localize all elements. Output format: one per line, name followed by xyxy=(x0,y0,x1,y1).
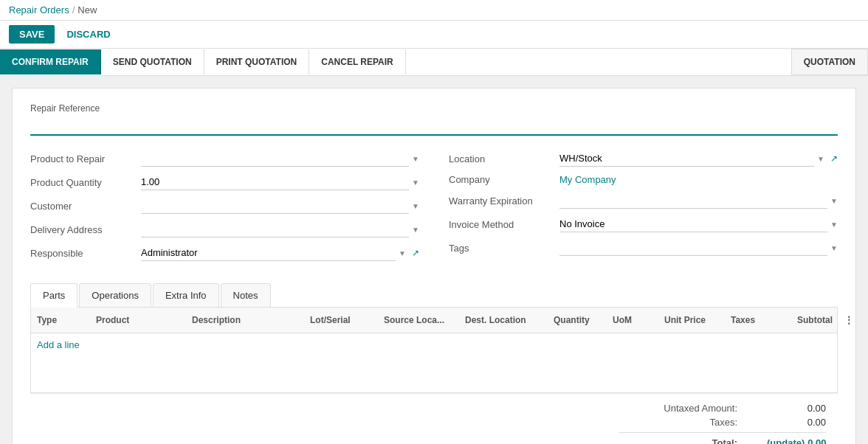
tab-operations[interactable]: Operations xyxy=(79,283,151,307)
warranty-expiration-arrow[interactable]: ▼ xyxy=(830,197,838,205)
warranty-expiration-field: ▼ xyxy=(559,192,838,209)
customer-arrow[interactable]: ▼ xyxy=(412,202,419,210)
location-row: Location ▼ ↗ xyxy=(449,150,838,167)
company-value[interactable]: My Company xyxy=(559,174,616,185)
customer-field: ▼ xyxy=(141,198,419,214)
product-quantity-label: Product Quantity xyxy=(30,177,141,188)
warranty-expiration-row: Warranty Expiration ▼ xyxy=(449,192,838,209)
parts-table: Type Product Description Lot/Serial Sour… xyxy=(30,308,838,393)
taxes-label: Taxes: xyxy=(619,417,737,428)
tabs: Parts Operations Extra Info Notes xyxy=(30,283,838,308)
save-button[interactable]: SAVE xyxy=(9,25,55,44)
col-header-type: Type xyxy=(31,312,90,328)
col-header-menu: ⋮ xyxy=(838,312,853,328)
invoice-method-arrow[interactable]: ▼ xyxy=(830,221,838,229)
delivery-address-arrow[interactable]: ▼ xyxy=(412,226,419,234)
company-label: Company xyxy=(449,174,559,185)
print-quotation-button[interactable]: PRINT QUOTATION xyxy=(204,49,310,74)
col-header-dest-location: Dest. Location xyxy=(459,312,548,328)
product-to-repair-field: ▼ xyxy=(141,150,419,167)
location-input[interactable] xyxy=(559,150,814,167)
responsible-arrow[interactable]: ▼ xyxy=(399,249,406,257)
responsible-field: ▼ ↗ xyxy=(141,245,419,261)
send-quotation-button[interactable]: SEND QUOTATION xyxy=(101,49,204,74)
total-number: 0.00 xyxy=(807,437,826,444)
total-value: (update)0.00 xyxy=(767,437,826,444)
warranty-expiration-label: Warranty Expiration xyxy=(449,195,559,207)
company-field: My Company xyxy=(559,174,838,185)
form-card: Repair Reference Product to Repair ▼ Pro… xyxy=(12,88,856,444)
company-row: Company My Company xyxy=(449,174,838,185)
tags-arrow[interactable]: ▼ xyxy=(830,244,838,252)
col-header-subtotal: Subtotal xyxy=(791,312,838,328)
form-right-column: Location ▼ ↗ Company My Company W xyxy=(449,150,838,268)
top-bar: Repair Orders / New xyxy=(0,0,868,21)
breadcrumb: Repair Orders / New xyxy=(9,4,97,15)
tags-input[interactable] xyxy=(559,240,827,256)
invoice-method-row: Invoice Method ▼ xyxy=(449,216,838,232)
tags-label: Tags xyxy=(449,243,559,254)
repair-reference-input[interactable] xyxy=(30,117,838,136)
product-quantity-arrow[interactable]: ▼ xyxy=(412,178,419,187)
product-to-repair-input[interactable] xyxy=(141,150,409,167)
main-content: Repair Reference Product to Repair ▼ Pro… xyxy=(0,76,868,444)
product-quantity-row: Product Quantity ▼ xyxy=(30,174,419,190)
toolbar: SAVE DISCARD xyxy=(0,21,868,49)
untaxed-amount-value: 0.00 xyxy=(767,403,826,414)
tab-notes[interactable]: Notes xyxy=(221,283,271,307)
location-arrow[interactable]: ▼ xyxy=(817,155,824,163)
untaxed-amount-label: Untaxed Amount: xyxy=(619,403,737,414)
product-to-repair-row: Product to Repair ▼ xyxy=(30,150,419,167)
tags-field: ▼ xyxy=(559,240,838,256)
tab-parts[interactable]: Parts xyxy=(30,283,78,308)
customer-label: Customer xyxy=(30,201,141,212)
warranty-expiration-input[interactable] xyxy=(559,192,827,209)
responsible-label: Responsible xyxy=(30,248,141,259)
col-header-taxes: Taxes xyxy=(725,312,791,328)
form-left-column: Product to Repair ▼ Product Quantity ▼ xyxy=(30,150,419,268)
product-quantity-input[interactable] xyxy=(141,174,409,190)
product-quantity-field: ▼ xyxy=(141,174,419,190)
col-header-unit-price: Unit Price xyxy=(658,312,725,328)
table-header: Type Product Description Lot/Serial Sour… xyxy=(31,308,837,333)
confirm-repair-button[interactable]: CONFIRM REPAIR xyxy=(0,49,101,74)
location-field: ▼ ↗ xyxy=(559,150,838,167)
delivery-address-label: Delivery Address xyxy=(30,224,141,235)
invoice-method-label: Invoice Method xyxy=(449,219,559,230)
totals-section: Untaxed Amount: 0.00 Taxes: 0.00 Total: … xyxy=(30,393,838,444)
tags-row: Tags ▼ xyxy=(449,240,838,256)
table-body: Add a line xyxy=(31,333,837,392)
delivery-address-row: Delivery Address ▼ xyxy=(30,221,419,237)
discard-button[interactable]: DISCARD xyxy=(61,25,116,44)
product-to-repair-arrow[interactable]: ▼ xyxy=(412,155,419,163)
customer-input[interactable] xyxy=(141,198,409,214)
action-bar: CONFIRM REPAIR SEND QUOTATION PRINT QUOT… xyxy=(0,49,868,76)
location-label: Location xyxy=(449,153,559,164)
form-fields-section: Product to Repair ▼ Product Quantity ▼ xyxy=(30,150,838,268)
repair-reference-section: Repair Reference xyxy=(30,103,838,150)
invoice-method-input[interactable] xyxy=(559,216,827,232)
responsible-external-link[interactable]: ↗ xyxy=(412,248,419,258)
add-line-button[interactable]: Add a line xyxy=(31,333,86,356)
quotation-button[interactable]: QUOTATION xyxy=(791,49,868,75)
col-header-uom: UoM xyxy=(607,312,658,328)
responsible-input[interactable] xyxy=(141,245,396,261)
total-row: Total: (update)0.00 xyxy=(619,432,826,444)
breadcrumb-separator: / xyxy=(72,4,75,15)
responsible-row: Responsible ▼ ↗ xyxy=(30,245,419,261)
delivery-address-field: ▼ xyxy=(141,221,419,237)
tab-extra-info[interactable]: Extra Info xyxy=(153,283,219,307)
col-header-quantity: Quantity xyxy=(548,312,607,328)
taxes-row: Taxes: 0.00 xyxy=(619,417,826,428)
breadcrumb-current: New xyxy=(78,4,97,15)
product-to-repair-label: Product to Repair xyxy=(30,153,141,164)
delivery-address-input[interactable] xyxy=(141,221,409,237)
location-external-link[interactable]: ↗ xyxy=(830,153,838,164)
untaxed-amount-row: Untaxed Amount: 0.00 xyxy=(619,403,826,414)
cancel-repair-button[interactable]: CANCEL REPAIR xyxy=(309,49,406,74)
breadcrumb-link[interactable]: Repair Orders xyxy=(9,4,69,15)
taxes-value: 0.00 xyxy=(767,417,826,428)
col-header-description: Description xyxy=(186,312,304,328)
update-label[interactable]: (update) xyxy=(767,437,805,444)
repair-reference-label: Repair Reference xyxy=(30,103,838,114)
